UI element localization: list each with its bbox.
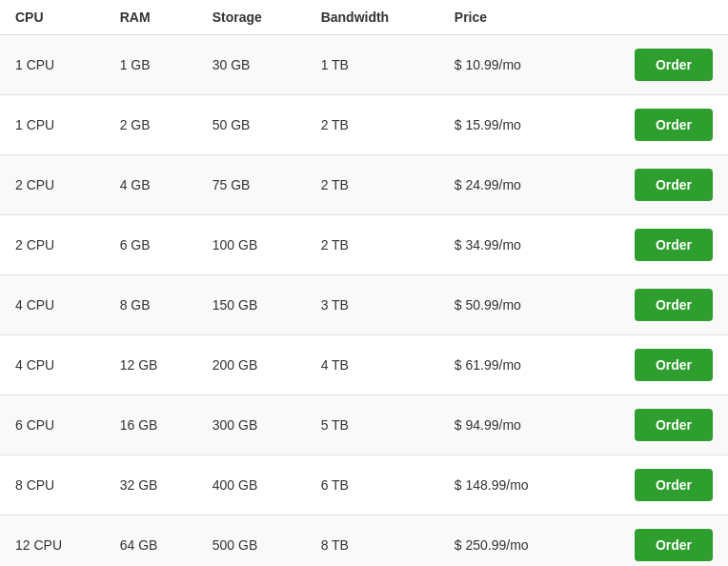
cell-bandwidth: 2 TB: [306, 215, 439, 275]
order-button[interactable]: Order: [635, 469, 713, 501]
order-button[interactable]: Order: [635, 109, 713, 141]
cell-ram: 64 GB: [105, 515, 197, 567]
table-row: 2 CPU4 GB75 GB2 TB$ 24.99/moOrder: [0, 155, 728, 215]
order-button[interactable]: Order: [635, 49, 713, 81]
cell-cpu: 8 CPU: [0, 455, 105, 515]
table-row: 12 CPU64 GB500 GB8 TB$ 250.99/moOrder: [0, 515, 728, 567]
cell-price: $ 250.99/mo: [439, 515, 581, 567]
table-row: 1 CPU1 GB30 GB1 TB$ 10.99/moOrder: [0, 35, 728, 95]
table-row: 2 CPU6 GB100 GB2 TB$ 34.99/moOrder: [0, 215, 728, 275]
order-button[interactable]: Order: [635, 409, 713, 441]
table-row: 4 CPU8 GB150 GB3 TB$ 50.99/moOrder: [0, 275, 728, 335]
order-cell: Order: [580, 275, 728, 335]
cell-bandwidth: 8 TB: [306, 515, 439, 567]
order-button[interactable]: Order: [635, 529, 713, 561]
table-row: 8 CPU32 GB400 GB6 TB$ 148.99/moOrder: [0, 455, 728, 515]
col-header-cpu: CPU: [0, 0, 105, 35]
pricing-table: CPU RAM Storage Bandwidth Price 1 CPU1 G…: [0, 0, 728, 566]
cell-cpu: 1 CPU: [0, 35, 105, 95]
cell-bandwidth: 2 TB: [306, 155, 439, 215]
order-cell: Order: [580, 155, 728, 215]
cell-bandwidth: 4 TB: [306, 335, 439, 395]
order-cell: Order: [580, 515, 728, 567]
cell-ram: 2 GB: [105, 95, 197, 155]
order-cell: Order: [580, 395, 728, 455]
cell-storage: 400 GB: [197, 455, 306, 515]
order-button[interactable]: Order: [635, 349, 713, 381]
cell-cpu: 1 CPU: [0, 95, 105, 155]
cell-price: $ 148.99/mo: [439, 455, 581, 515]
cell-cpu: 6 CPU: [0, 395, 105, 455]
cell-ram: 1 GB: [105, 35, 197, 95]
cell-price: $ 15.99/mo: [439, 95, 581, 155]
cell-storage: 30 GB: [197, 35, 306, 95]
order-cell: Order: [580, 215, 728, 275]
cell-cpu: 4 CPU: [0, 335, 105, 395]
order-cell: Order: [580, 455, 728, 515]
cell-storage: 300 GB: [197, 395, 306, 455]
cell-ram: 8 GB: [105, 275, 197, 335]
cell-storage: 150 GB: [197, 275, 306, 335]
col-header-storage: Storage: [197, 0, 306, 35]
cell-bandwidth: 3 TB: [306, 275, 439, 335]
cell-storage: 100 GB: [197, 215, 306, 275]
cell-ram: 12 GB: [105, 335, 197, 395]
col-header-price: Price: [439, 0, 581, 35]
cell-storage: 200 GB: [197, 335, 306, 395]
cell-bandwidth: 5 TB: [306, 395, 439, 455]
cell-price: $ 24.99/mo: [439, 155, 581, 215]
table-row: 4 CPU12 GB200 GB4 TB$ 61.99/moOrder: [0, 335, 728, 395]
col-header-ram: RAM: [105, 0, 197, 35]
table-row: 6 CPU16 GB300 GB5 TB$ 94.99/moOrder: [0, 395, 728, 455]
cell-cpu: 12 CPU: [0, 515, 105, 567]
cell-price: $ 61.99/mo: [439, 335, 581, 395]
order-button[interactable]: Order: [635, 169, 713, 201]
table-row: 1 CPU2 GB50 GB2 TB$ 15.99/moOrder: [0, 95, 728, 155]
order-button[interactable]: Order: [635, 289, 713, 321]
cell-ram: 6 GB: [105, 215, 197, 275]
cell-ram: 16 GB: [105, 395, 197, 455]
cell-cpu: 2 CPU: [0, 215, 105, 275]
cell-price: $ 94.99/mo: [439, 395, 581, 455]
cell-price: $ 50.99/mo: [439, 275, 581, 335]
cell-storage: 50 GB: [197, 95, 306, 155]
order-cell: Order: [580, 35, 728, 95]
order-cell: Order: [580, 95, 728, 155]
cell-bandwidth: 2 TB: [306, 95, 439, 155]
cell-cpu: 4 CPU: [0, 275, 105, 335]
col-header-action: [580, 0, 728, 35]
cell-bandwidth: 1 TB: [306, 35, 439, 95]
cell-storage: 500 GB: [197, 515, 306, 567]
col-header-bandwidth: Bandwidth: [306, 0, 439, 35]
cell-ram: 32 GB: [105, 455, 197, 515]
order-cell: Order: [580, 335, 728, 395]
cell-price: $ 10.99/mo: [439, 35, 581, 95]
cell-price: $ 34.99/mo: [439, 215, 581, 275]
cell-ram: 4 GB: [105, 155, 197, 215]
order-button[interactable]: Order: [635, 229, 713, 261]
cell-bandwidth: 6 TB: [306, 455, 439, 515]
cell-cpu: 2 CPU: [0, 155, 105, 215]
cell-storage: 75 GB: [197, 155, 306, 215]
